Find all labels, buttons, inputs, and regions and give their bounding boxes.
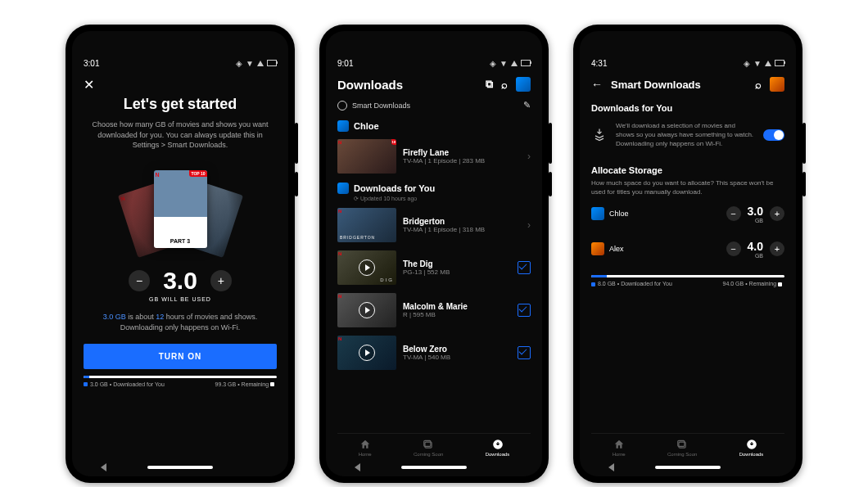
tab-home[interactable]: Home [613,439,626,457]
checkbox[interactable] [518,261,531,274]
download-stack-icon [591,127,608,143]
profile-avatar[interactable] [770,77,784,92]
section-dfy: Downloads for You [591,103,784,113]
checkbox[interactable] [518,346,531,359]
profile-name: Chloe [354,121,379,131]
status-bar: 4:31 ◈▼ [580,44,796,77]
storage-amount: 3.0 [163,267,197,295]
download-item[interactable]: N10 Firefly LaneTV-MA | 1 Episode | 283 … [337,135,531,178]
increase-button[interactable]: + [770,206,784,221]
page-title: Let's get started [84,96,277,113]
increase-button[interactable]: + [210,270,232,291]
profile-chip-icon [337,120,349,132]
dfy-icon [337,183,349,194]
tab-coming-soon[interactable]: Coming Soon [667,439,697,457]
decrease-button[interactable]: − [726,241,741,256]
avatar [591,207,604,220]
section-allocate: Allocate Storage [591,165,784,175]
dfy-toggle[interactable] [763,129,784,141]
increase-button[interactable]: + [770,241,784,256]
download-item[interactable]: N Below ZeroTV-MA | 540 MB [337,331,531,374]
download-item[interactable]: NDIG The DigPG-13 | 552 MB [337,246,531,289]
chevron-right-icon: › [527,219,531,231]
page-title: Downloads [337,78,403,92]
close-icon[interactable]: ✕ [84,77,277,92]
chevron-right-icon: › [527,151,531,162]
decrease-button[interactable]: − [129,270,150,291]
clock: 3:01 [84,59,99,68]
gear-icon[interactable] [337,101,347,110]
tab-downloads[interactable]: Downloads [739,439,764,457]
android-nav [72,458,288,476]
clock: 9:01 [337,59,353,68]
decrease-button[interactable]: − [726,206,741,221]
phone-downloads: 9:01 ◈▼ Downloads ⧉ ⌕ Smart Downloads ✎ … [319,25,549,483]
tab-home[interactable]: Home [359,439,372,457]
storage-unit-label: GB WILL BE USED [84,296,277,302]
search-icon[interactable]: ⌕ [501,79,508,91]
turn-on-button[interactable]: TURN ON [84,344,277,369]
clock: 4:31 [591,59,607,68]
subtitle: Choose how many GB of movies and shows y… [84,119,277,151]
status-bar: 3:01 ◈▼ [72,44,288,77]
android-nav [580,458,796,476]
back-icon[interactable]: ← [591,78,603,91]
download-item[interactable]: N Malcolm & MarieR | 595 MB [337,289,531,331]
status-bar: 9:01 ◈▼ [326,44,542,77]
bottom-tabs: Home Coming Soon Downloads [337,433,531,458]
profile-allocation: Alex − 4.0GB + [591,240,784,259]
storage-bar [591,275,784,277]
page-title: Smart Downloads [611,79,701,91]
info-text: 3.0 GB is about 12 hours of movies and s… [84,312,277,334]
phone-onboarding: 3:01 ◈▼ ✕ Let's get started Choose how m… [66,25,295,483]
android-nav [326,458,542,476]
checkbox[interactable] [518,304,531,317]
tab-downloads[interactable]: Downloads [486,439,510,457]
tab-coming-soon[interactable]: Coming Soon [414,439,443,457]
storage-bar [84,376,277,378]
download-item[interactable]: NBRIDGERTON BridgertonTV-MA | 1 Episode … [337,204,531,246]
search-icon[interactable]: ⌕ [755,79,762,91]
profile-allocation: Chloe − 3.0GB + [591,205,784,223]
dfy-description: We'll download a selection of movies and… [616,121,755,149]
allocate-description: How much space do you want to allocate? … [591,178,784,196]
smart-downloads-link[interactable]: Smart Downloads [352,101,410,110]
bottom-tabs: Home Coming Soon Downloads [591,433,784,458]
avatar [591,242,604,255]
poster-fan: N N NTOP 10PART 3 [84,160,277,259]
profile-avatar[interactable] [516,77,531,92]
dfy-title: Downloads for You [354,183,435,193]
edit-icon[interactable]: ✎ [523,100,531,110]
phone-smart-downloads: 4:31 ◈▼ ← Smart Downloads ⌕ Downloads fo… [573,25,802,483]
storage-stepper: − 3.0 + [84,267,277,295]
cast-icon[interactable]: ⧉ [486,78,493,91]
